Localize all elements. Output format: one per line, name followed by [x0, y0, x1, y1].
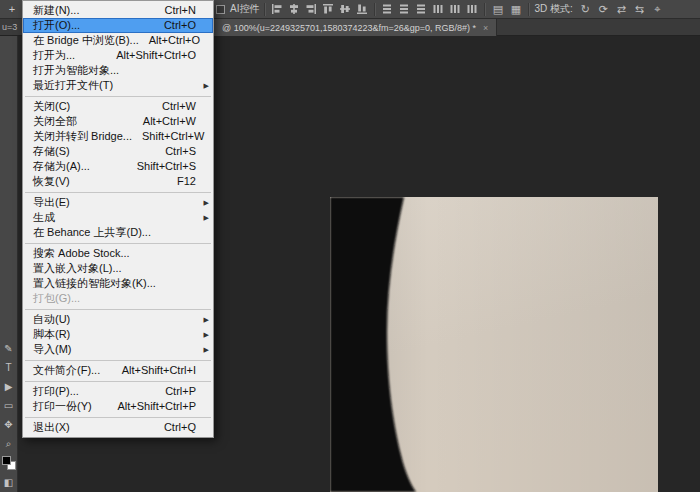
move-tool-icon[interactable]: + [4, 2, 20, 17]
pen-tool-icon[interactable]: ✎ [1, 342, 17, 355]
file-menu-item[interactable]: 打开为...Alt+Shift+Ctrl+O [23, 48, 213, 63]
roll-3d-icon[interactable]: ⟳ [596, 2, 611, 17]
scale-3d-icon[interactable]: ⌖ [650, 2, 665, 17]
file-menu-item[interactable]: 打开(O)...Ctrl+O [23, 18, 213, 33]
hand-tool-icon[interactable]: ✥ [1, 418, 17, 431]
align-h-center-icon[interactable] [287, 2, 301, 16]
file-menu-item[interactable]: 退出(X)Ctrl+Q [23, 420, 213, 435]
menu-item-shortcut: Ctrl+P [165, 384, 196, 399]
menu-separator [25, 381, 211, 382]
submenu-arrow-icon: ▶ [204, 195, 209, 210]
file-menu-item[interactable]: 自动(U)▶ [23, 312, 213, 327]
file-menu-item[interactable]: 文件简介(F)...Alt+Shift+Ctrl+I [23, 363, 213, 378]
distribute-bottom-icon[interactable] [414, 2, 428, 16]
menu-item-label: 导入(M) [33, 342, 72, 357]
menu-item-label: 打印一份(Y) [33, 399, 92, 414]
toggle-grid-icon[interactable]: ▦ [508, 2, 523, 17]
active-document-tab[interactable]: @ 100%(u=2249325701,1580374223&fm=26&gp=… [213, 19, 497, 36]
menu-item-label: 最近打开文件(T) [33, 78, 113, 93]
file-menu-item[interactable]: 在 Behance 上共享(D)... [23, 225, 213, 240]
menu-item-shortcut: Alt+Ctrl+O [149, 33, 200, 48]
file-menu-item[interactable]: 导入(M)▶ [23, 342, 213, 357]
options-bar-divider [264, 3, 265, 16]
menu-separator [25, 243, 211, 244]
close-tab-icon[interactable]: × [483, 23, 488, 33]
file-menu-item[interactable]: 置入嵌入对象(L)... [23, 261, 213, 276]
menu-item-shortcut: Alt+Shift+Ctrl+I [122, 363, 196, 378]
mode-icon-group: ↻⟳⇄⇆⌖ [578, 2, 665, 17]
file-menu-item[interactable]: 打开为智能对象... [23, 63, 213, 78]
slide-3d-icon[interactable]: ⇆ [632, 2, 647, 17]
options-bar-divider [484, 3, 485, 16]
type-tool-icon[interactable]: T [1, 361, 17, 374]
foreground-color-swatch[interactable] [2, 456, 11, 465]
file-menu-item[interactable]: 打印一份(Y)Alt+Shift+Ctrl+P [23, 399, 213, 414]
file-menu-item[interactable]: 新建(N)...Ctrl+N [23, 3, 213, 18]
shape-tool-icon[interactable]: ▭ [1, 399, 17, 412]
color-swatches[interactable] [2, 456, 16, 470]
menu-item-label: 打印(P)... [33, 384, 79, 399]
menu-item-label: 关闭并转到 Bridge... [33, 129, 132, 144]
menu-item-shortcut: F12 [177, 174, 196, 189]
file-menu-item[interactable]: 存储(S)Ctrl+S [23, 144, 213, 159]
align-left-icon[interactable] [270, 2, 284, 16]
file-menu-item[interactable]: 置入链接的智能对象(K)... [23, 276, 213, 291]
menu-item-label: 置入链接的智能对象(K)... [33, 276, 156, 291]
distribute-left-icon[interactable] [431, 2, 445, 16]
tool-bar: ✎T▶▭✥⌕◧▢ [0, 36, 18, 492]
file-menu-item[interactable]: 在 Bridge 中浏览(B)...Alt+Ctrl+O [23, 33, 213, 48]
file-menu-item[interactable]: 搜索 Adobe Stock... [23, 246, 213, 261]
menu-separator [25, 309, 211, 310]
file-menu-item[interactable]: 生成▶ [23, 210, 213, 225]
drag-3d-icon[interactable]: ⇄ [614, 2, 629, 17]
file-menu-item[interactable]: 恢复(V)F12 [23, 174, 213, 189]
auto-align-layers-icon[interactable]: ▤ [490, 2, 505, 17]
distribute-right-icon[interactable] [465, 2, 479, 16]
distribute-icon-group [380, 2, 479, 16]
file-menu-item: 打包(G)... [23, 291, 213, 306]
menu-item-label: 关闭全部 [33, 114, 77, 129]
extra-icon-group: ▤▦ [490, 2, 523, 17]
file-menu-item[interactable]: 最近打开文件(T)▶ [23, 78, 213, 93]
menu-item-shortcut: Ctrl+N [165, 3, 196, 18]
file-menu-item[interactable]: 关闭全部Alt+Ctrl+W [23, 114, 213, 129]
transform-controls-checkbox[interactable] [216, 5, 225, 14]
quick-mask-icon[interactable]: ◧ [1, 476, 17, 489]
distribute-v-center-icon[interactable] [397, 2, 411, 16]
orbit-3d-icon[interactable]: ↻ [578, 2, 593, 17]
menu-item-label: 打开为智能对象... [33, 63, 119, 78]
menu-item-label: 恢复(V) [33, 174, 70, 189]
mode-label: 3D 模式: [534, 2, 572, 16]
distribute-h-center-icon[interactable] [448, 2, 462, 16]
align-v-center-icon[interactable] [338, 2, 352, 16]
align-right-icon[interactable] [304, 2, 318, 16]
menu-item-label: 关闭(C) [33, 99, 70, 114]
options-bar-divider [374, 3, 375, 16]
menu-item-label: 搜索 Adobe Stock... [33, 246, 130, 261]
path-selection-tool-icon[interactable]: ▶ [1, 380, 17, 393]
menu-item-shortcut: Alt+Shift+Ctrl+O [116, 48, 196, 63]
menu-item-label: 文件简介(F)... [33, 363, 100, 378]
align-top-icon[interactable] [321, 2, 335, 16]
partial-document-tab[interactable]: u=3 [2, 22, 17, 32]
file-menu-item[interactable]: 脚本(R)▶ [23, 327, 213, 342]
file-menu-item[interactable]: 打印(P)...Ctrl+P [23, 384, 213, 399]
menu-item-label: 生成 [33, 210, 55, 225]
submenu-arrow-icon: ▶ [204, 327, 209, 342]
file-menu-item[interactable]: 关闭(C)Ctrl+W [23, 99, 213, 114]
menu-item-shortcut: Ctrl+S [165, 144, 196, 159]
menu-item-label: 新建(N)... [33, 3, 79, 18]
distribute-top-icon[interactable] [380, 2, 394, 16]
menu-item-shortcut: Ctrl+Q [164, 420, 196, 435]
file-menu-item[interactable]: 关闭并转到 Bridge...Shift+Ctrl+W [23, 129, 213, 144]
menu-separator [25, 417, 211, 418]
menu-item-label: 存储(S) [33, 144, 70, 159]
document-image[interactable] [330, 197, 658, 492]
menu-separator [25, 192, 211, 193]
file-menu-item[interactable]: 存储为(A)...Shift+Ctrl+S [23, 159, 213, 174]
align-icon-group [270, 2, 369, 16]
zoom-tool-icon[interactable]: ⌕ [1, 437, 17, 450]
file-menu-item[interactable]: 导出(E)▶ [23, 195, 213, 210]
align-bottom-icon[interactable] [355, 2, 369, 16]
menu-item-shortcut: Ctrl+W [162, 99, 196, 114]
